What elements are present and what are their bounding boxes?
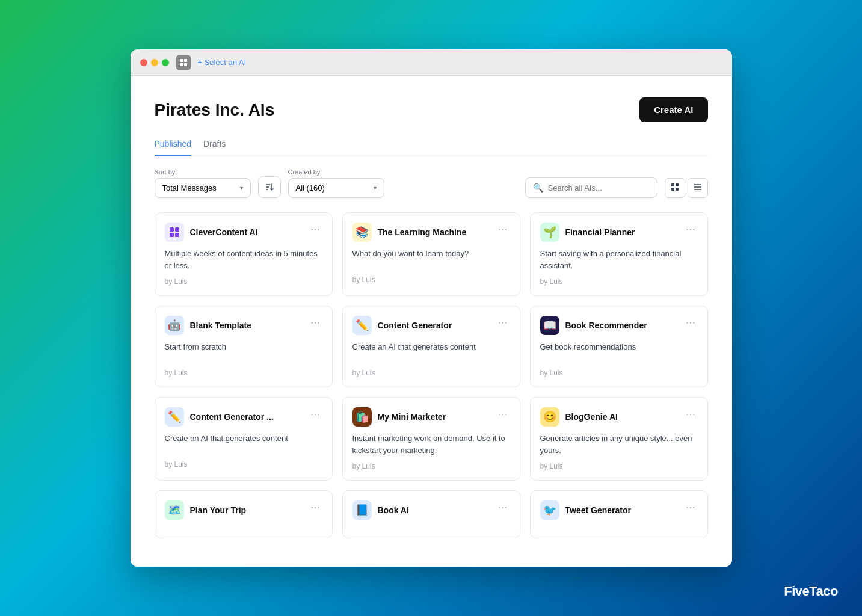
- clevercontent-icon: [165, 223, 184, 242]
- created-select[interactable]: All (160) ▾: [288, 178, 384, 198]
- minimarketer-icon: 🛍️: [352, 407, 372, 427]
- card-header: 🛍️ My Mini Marketer ⋯: [352, 407, 510, 427]
- financial-name: Financial Planner: [565, 227, 635, 237]
- ai-cards-grid: CleverContent AI ⋯ Multiple weeks of con…: [155, 212, 708, 538]
- plantrip-icon: 🗺️: [165, 500, 184, 520]
- svg-rect-11: [170, 227, 174, 232]
- svg-rect-14: [175, 233, 179, 237]
- list-view-button[interactable]: [688, 178, 708, 198]
- bloggenie-description: Generate articles in any unique style...…: [540, 433, 698, 456]
- clevercontent-menu-icon[interactable]: ⋯: [308, 223, 322, 236]
- minimarketer-description: Instant marketing work on demand. Use it…: [352, 433, 510, 456]
- card-header: 😊 BlogGenie AI ⋯: [540, 407, 698, 427]
- clevercontent-author: by Luis: [165, 277, 322, 286]
- blank-menu-icon[interactable]: ⋯: [308, 316, 322, 330]
- blank-icon: 🤖: [165, 316, 184, 335]
- card-header: 📖 Book Recommender ⋯: [540, 316, 698, 335]
- tab-published[interactable]: Published: [155, 139, 192, 156]
- ai-card-tweet[interactable]: 🐦 Tweet Generator ⋯: [530, 490, 708, 538]
- bookrec-icon: 📖: [540, 316, 559, 335]
- filters-row: Sort by: Total Messages ▾ Created by:: [155, 168, 708, 198]
- bookrec-menu-icon[interactable]: ⋯: [683, 316, 698, 330]
- contentgen1-menu-icon[interactable]: ⋯: [496, 316, 510, 330]
- ai-card-contentgen1[interactable]: ✏️ Content Generator ⋯ Create an AI that…: [342, 306, 520, 387]
- bookrec-author: by Luis: [540, 369, 698, 377]
- search-input[interactable]: [548, 183, 650, 192]
- tab-drafts[interactable]: Drafts: [203, 139, 226, 156]
- fivetaco-logo: FiveTaco: [784, 584, 838, 599]
- clevercontent-description: Multiple weeks of content ideas in 5 min…: [165, 248, 322, 271]
- svg-rect-5: [676, 183, 679, 186]
- card-title-row: 📚 The Learning Machine: [352, 223, 467, 242]
- app-icon: [176, 55, 191, 70]
- minimarketer-menu-icon[interactable]: ⋯: [496, 407, 510, 421]
- learning-menu-icon[interactable]: ⋯: [496, 223, 510, 236]
- ai-card-bookrec[interactable]: 📖 Book Recommender ⋯ Get book recommenda…: [530, 306, 708, 387]
- sort-value: Total Messages: [162, 183, 217, 192]
- card-title-row: 📘 Book AI: [352, 500, 409, 520]
- tweet-menu-icon[interactable]: ⋯: [683, 500, 698, 514]
- bookai-name: Book AI: [378, 505, 409, 515]
- sort-filter-group: Sort by: Total Messages ▾: [155, 168, 251, 198]
- card-header: 🌱 Financial Planner ⋯: [540, 223, 698, 242]
- plantrip-name: Plan Your Trip: [190, 505, 247, 515]
- minimarketer-author: by Luis: [352, 462, 510, 470]
- learning-name: The Learning Machine: [378, 227, 467, 237]
- grid-view-button[interactable]: [665, 178, 685, 198]
- app-window: + Select an AI Pirates Inc. AIs Create A…: [131, 49, 732, 567]
- bookrec-name: Book Recommender: [565, 321, 647, 330]
- svg-rect-6: [671, 188, 674, 191]
- ai-card-plantrip[interactable]: 🗺️ Plan Your Trip ⋯: [155, 490, 333, 538]
- bloggenie-menu-icon[interactable]: ⋯: [683, 407, 698, 421]
- financial-menu-icon[interactable]: ⋯: [683, 223, 698, 236]
- card-title-row: 🤖 Blank Template: [165, 316, 251, 335]
- financial-icon: 🌱: [540, 223, 559, 242]
- ai-card-minimarketer[interactable]: 🛍️ My Mini Marketer ⋯ Instant marketing …: [342, 397, 520, 481]
- select-ai-action[interactable]: + Select an AI: [198, 58, 247, 67]
- sort-direction-button[interactable]: [258, 176, 281, 198]
- created-label: Created by:: [288, 168, 384, 176]
- svg-rect-2: [180, 63, 183, 66]
- close-button[interactable]: [140, 59, 147, 66]
- ai-card-contentgen2[interactable]: ✏️ Content Generator ... ⋯ Create an AI …: [155, 397, 333, 481]
- svg-rect-1: [184, 59, 187, 62]
- sort-select[interactable]: Total Messages ▾: [155, 178, 251, 198]
- ai-card-clevercontent[interactable]: CleverContent AI ⋯ Multiple weeks of con…: [155, 212, 333, 296]
- card-header: ✏️ Content Generator ⋯: [352, 316, 510, 335]
- card-title-row: 📖 Book Recommender: [540, 316, 647, 335]
- card-header: 📚 The Learning Machine ⋯: [352, 223, 510, 242]
- contentgen2-menu-icon[interactable]: ⋯: [308, 407, 322, 421]
- contentgen1-author: by Luis: [352, 369, 510, 377]
- blank-description: Start from scratch: [165, 341, 322, 363]
- maximize-button[interactable]: [162, 59, 169, 66]
- minimize-button[interactable]: [151, 59, 158, 66]
- svg-rect-7: [676, 188, 679, 191]
- tweet-icon: 🐦: [540, 500, 559, 520]
- page-header: Pirates Inc. AIs Create AI: [155, 97, 708, 122]
- bookai-menu-icon[interactable]: ⋯: [496, 500, 510, 514]
- ai-card-learning[interactable]: 📚 The Learning Machine ⋯ What do you wan…: [342, 212, 520, 296]
- card-header: 🐦 Tweet Generator ⋯: [540, 500, 698, 520]
- bloggenie-author: by Luis: [540, 462, 698, 470]
- plantrip-menu-icon[interactable]: ⋯: [308, 500, 322, 514]
- create-ai-button[interactable]: Create AI: [639, 97, 707, 122]
- learning-author: by Luis: [352, 276, 510, 284]
- card-title-row: ✏️ Content Generator: [352, 316, 452, 335]
- contentgen1-icon: ✏️: [352, 316, 372, 335]
- content-area: Pirates Inc. AIs Create AI Published Dra…: [131, 76, 732, 567]
- ai-card-bloggenie[interactable]: 😊 BlogGenie AI ⋯ Generate articles in an…: [530, 397, 708, 481]
- contentgen1-description: Create an AI that generates content: [352, 341, 510, 363]
- ai-card-blank[interactable]: 🤖 Blank Template ⋯ Start from scratch by…: [155, 306, 333, 387]
- svg-rect-3: [184, 63, 187, 66]
- search-box[interactable]: 🔍: [525, 177, 657, 198]
- svg-rect-0: [180, 59, 183, 62]
- financial-description: Start saving with a personalized financi…: [540, 248, 698, 271]
- page-title: Pirates Inc. AIs: [155, 100, 275, 120]
- card-title-row: 🌱 Financial Planner: [540, 223, 635, 242]
- ai-card-bookai[interactable]: 📘 Book AI ⋯: [342, 490, 520, 538]
- contentgen2-description: Create an AI that generates content: [165, 433, 322, 454]
- ai-card-financial[interactable]: 🌱 Financial Planner ⋯ Start saving with …: [530, 212, 708, 296]
- search-icon: 🔍: [533, 183, 543, 192]
- learning-description: What do you want to learn today?: [352, 248, 510, 270]
- tweet-name: Tweet Generator: [565, 505, 631, 515]
